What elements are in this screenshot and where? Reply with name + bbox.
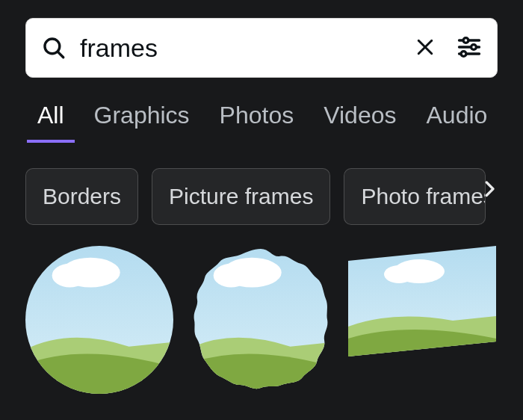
filter-button[interactable] [453,31,486,66]
tab-audio[interactable]: Audio [427,102,488,143]
svg-line-1 [58,52,63,57]
tab-photos[interactable]: Photos [220,102,294,143]
chip-borders[interactable]: Borders [25,168,138,225]
chip-photo-frames[interactable]: Photo frames [344,168,486,225]
svg-point-5 [463,37,468,43]
clear-search-button[interactable] [411,33,439,64]
frame-parallelogram[interactable] [348,246,496,394]
search-container [0,0,523,78]
chevron-right-icon [478,178,501,203]
svg-point-7 [471,44,477,49]
frame-scallop[interactable] [187,246,335,394]
frame-circle[interactable] [25,246,173,394]
close-icon [414,36,436,61]
svg-point-12 [52,264,88,288]
svg-point-9 [461,51,466,56]
tab-graphics[interactable]: Graphics [94,102,190,143]
suggestion-chips-row: Borders Picture frames Photo frames [0,143,523,225]
svg-point-19 [384,265,414,283]
tab-videos[interactable]: Videos [324,102,396,143]
chip-picture-frames[interactable]: Picture frames [152,168,330,225]
search-bar [25,18,498,78]
scroll-chips-right-button[interactable] [478,178,501,203]
tab-all[interactable]: All [37,102,64,143]
svg-point-15 [214,264,250,288]
sliders-icon [456,34,483,63]
search-icon [41,35,66,61]
results-grid [0,225,523,394]
search-input[interactable] [80,34,397,63]
tabs: All Graphics Photos Videos Audio [0,78,523,143]
